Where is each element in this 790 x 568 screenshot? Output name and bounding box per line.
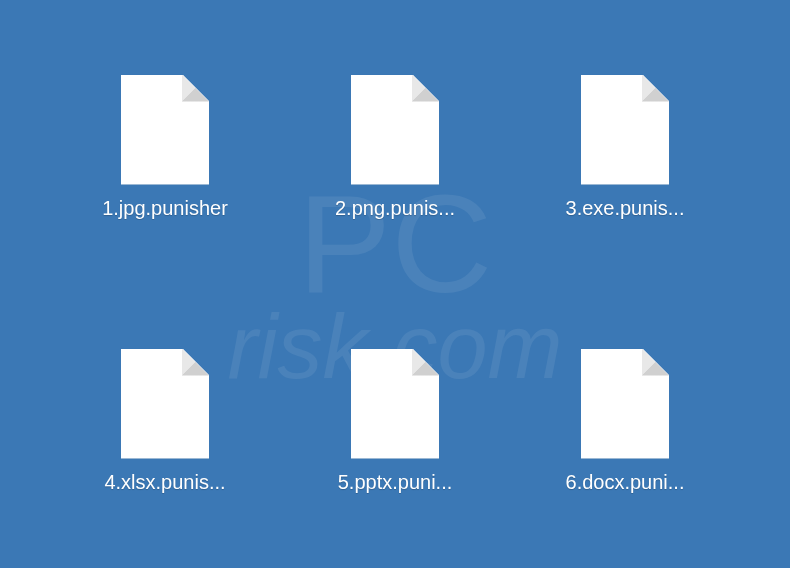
file-label: 6.docx.puni... xyxy=(566,471,685,494)
file-label: 3.exe.punis... xyxy=(566,197,685,220)
file-label: 2.png.punis... xyxy=(335,197,455,220)
file-label: 5.pptx.puni... xyxy=(338,471,453,494)
file-item[interactable]: 2.png.punis... xyxy=(295,75,495,220)
file-item[interactable]: 6.docx.puni... xyxy=(525,349,725,494)
file-icon xyxy=(121,75,209,185)
file-icon xyxy=(581,75,669,185)
file-item[interactable]: 3.exe.punis... xyxy=(525,75,725,220)
file-icon xyxy=(581,349,669,459)
desktop-area[interactable]: 1.jpg.punisher 2.png.punis... 3.exe.puni… xyxy=(0,0,790,568)
file-item[interactable]: 5.pptx.puni... xyxy=(295,349,495,494)
file-label: 1.jpg.punisher xyxy=(102,197,228,220)
file-icon xyxy=(351,349,439,459)
file-label: 4.xlsx.punis... xyxy=(104,471,225,494)
file-item[interactable]: 4.xlsx.punis... xyxy=(65,349,265,494)
file-icon xyxy=(351,75,439,185)
file-item[interactable]: 1.jpg.punisher xyxy=(65,75,265,220)
file-icon xyxy=(121,349,209,459)
